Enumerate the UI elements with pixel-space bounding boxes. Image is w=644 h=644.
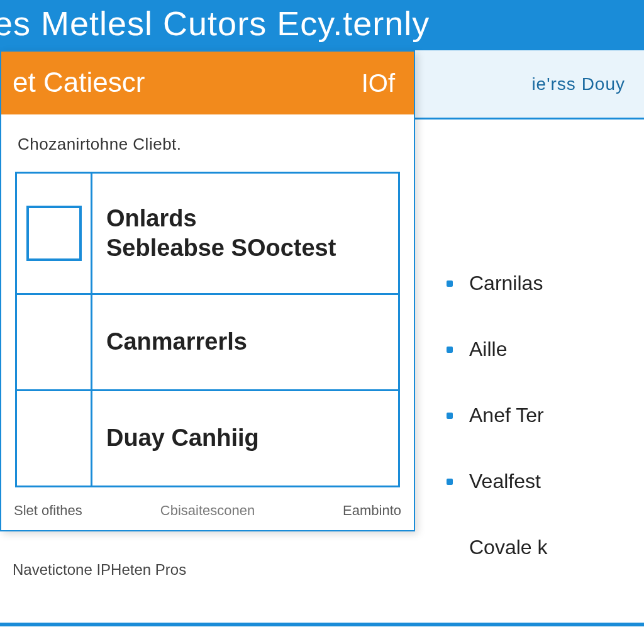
- dialog-title: et Catiescr: [13, 67, 145, 98]
- option-checkbox-cell[interactable]: [17, 391, 92, 486]
- footer-center[interactable]: Cbisaitesconen: [108, 502, 307, 519]
- bullet-icon: [447, 347, 453, 353]
- side-item[interactable]: Anef Ter: [443, 382, 644, 448]
- side-item-label: Vealfest: [469, 470, 541, 493]
- footer-right[interactable]: Eambinto: [307, 502, 401, 519]
- checkbox-icon[interactable]: [26, 206, 82, 261]
- dialog-panel: et Catiescr IOf Chozanirtohne Cliebt. On…: [0, 50, 415, 531]
- side-item[interactable]: Carnilas: [443, 265, 644, 316]
- side-item-label: Carnilas: [469, 272, 543, 295]
- dialog-header-right: IOf: [362, 69, 395, 97]
- status-text: Navetictone IPHeten Pros: [13, 561, 186, 579]
- side-item[interactable]: Covale k: [443, 514, 644, 580]
- option-row[interactable]: Onlards Sebleabse SOoctest: [17, 174, 398, 293]
- side-item-label: Covale k: [469, 536, 548, 559]
- side-item-label: Anef Ter: [469, 404, 544, 427]
- options-grid: Onlards Sebleabse SOoctest Canmarrerls D…: [15, 172, 400, 487]
- option-row[interactable]: Canmarrerls: [17, 293, 398, 389]
- dialog-header: et Catiescr IOf: [1, 52, 414, 114]
- option-row[interactable]: Duay Canhiig: [17, 389, 398, 486]
- side-item[interactable]: Aille: [443, 316, 644, 382]
- option-label-line1: Duay Canhiig: [106, 423, 384, 453]
- bullet-icon: [447, 413, 453, 419]
- option-label-line1: Canmarrerls: [106, 327, 384, 357]
- dialog-footer: Slet ofithes Cbisaitesconen Eambinto: [1, 494, 414, 530]
- bottom-divider: [0, 623, 644, 626]
- option-checkbox-cell[interactable]: [17, 174, 92, 293]
- window-titlebar: es Metlesl Cutors Ecy.ternly: [0, 0, 644, 50]
- option-label-line2: Sebleabse SOoctest: [106, 233, 384, 264]
- side-item-label: Aille: [469, 338, 507, 361]
- side-item[interactable]: Vealfest: [443, 448, 644, 514]
- side-list: Carnilas Aille Anef Ter Vealfest Covale …: [443, 265, 644, 580]
- dialog-caption: Chozanirtohne Cliebt.: [18, 135, 400, 154]
- ribbon-right-label: ie'rss Douy: [531, 74, 625, 94]
- footer-left[interactable]: Slet ofithes: [14, 502, 108, 519]
- window-title: es Metlesl Cutors Ecy.ternly: [0, 4, 430, 43]
- bullet-icon: [447, 479, 453, 485]
- bullet-icon: [447, 280, 453, 287]
- dialog-body: Chozanirtohne Cliebt. Onlards Sebleabse …: [1, 114, 414, 494]
- option-label-cell: Canmarrerls: [92, 295, 398, 389]
- option-label-cell: Duay Canhiig: [92, 391, 398, 486]
- option-label-cell: Onlards Sebleabse SOoctest: [92, 174, 398, 293]
- option-checkbox-cell[interactable]: [17, 295, 92, 389]
- option-label-line1: Onlards: [106, 204, 384, 234]
